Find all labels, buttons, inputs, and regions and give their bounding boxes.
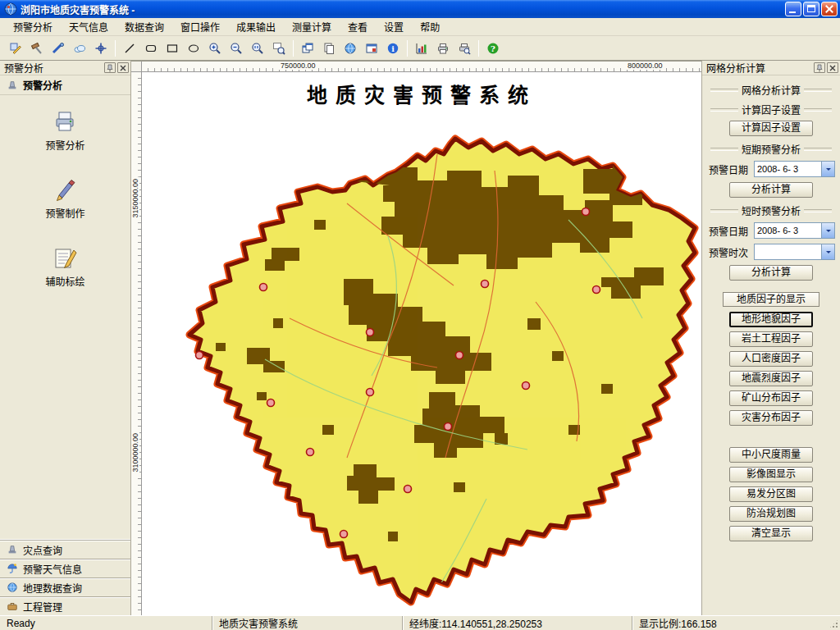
minimize-button[interactable] [785, 2, 801, 16]
close-panel-icon[interactable] [827, 62, 838, 73]
edit-select-icon[interactable] [6, 39, 25, 58]
copy-page-icon[interactable] [319, 39, 339, 58]
menu-warning-analysis[interactable]: 预警分析 [5, 17, 61, 36]
imagery-display-button[interactable]: 影像图显示 [729, 467, 813, 482]
left-nav: 预警分析 预警制作 辅助标绘 [0, 95, 130, 539]
menu-measure-calc[interactable]: 测量计算 [284, 17, 340, 36]
short-time-calc-button[interactable]: 分析计算 [729, 265, 813, 281]
menu-help[interactable]: 帮助 [412, 17, 448, 36]
menu-settings[interactable]: 设置 [376, 17, 412, 36]
pin-icon[interactable] [814, 62, 825, 73]
left-panel: 预警分析 预警分析 预警分析 [0, 61, 131, 615]
factor-setup-button[interactable]: 计算因子设置 [729, 121, 813, 136]
factor-disaster-button[interactable]: 灾害分布因子 [729, 410, 813, 426]
menu-weather-info[interactable]: 天气信息 [61, 17, 116, 36]
globe-icon[interactable] [340, 39, 360, 58]
factor-mine-button[interactable]: 矿山分布因子 [729, 390, 813, 406]
short-term-date-picker[interactable]: 2008- 6- 3 [754, 161, 835, 177]
line-tool-icon[interactable] [120, 39, 139, 58]
prevention-plan-button[interactable]: 防治规划图 [729, 506, 813, 522]
right-panel-caption: 网格分析计算 [702, 61, 840, 75]
clear-display-button[interactable]: 清空显示 [729, 526, 813, 541]
pan-crosshair-icon[interactable] [91, 39, 111, 58]
zoom-extent-icon[interactable] [269, 39, 289, 58]
mesoscale-rain-button[interactable]: 中小尺度雨量 [729, 447, 813, 463]
factor-geotech-button[interactable]: 岩土工程因子 [729, 331, 813, 347]
right-panel-title: 网格分析计算 [706, 61, 812, 75]
section-header-short-time: 短时预警分析 [707, 203, 835, 217]
susceptibility-map-button[interactable]: 易发分区图 [729, 486, 813, 502]
toolbar-separator [293, 40, 294, 57]
weather-icon [7, 563, 18, 574]
short-time-date-picker[interactable]: 2008- 6- 3 [754, 222, 835, 239]
close-button[interactable] [821, 2, 838, 16]
menu-data-query[interactable]: 数据查询 [116, 17, 172, 36]
toolbar: i ? [0, 36, 840, 61]
left-group-header[interactable]: 预警分析 [0, 75, 130, 95]
factor-seismic-button[interactable]: 地震烈度因子 [729, 371, 813, 386]
short-term-calc-button[interactable]: 分析计算 [729, 182, 813, 198]
chart-icon[interactable] [412, 39, 431, 58]
group-geo-data-query[interactable]: 地理数据查询 [0, 578, 130, 596]
menu-result-output[interactable]: 成果输出 [228, 17, 284, 36]
left-panel-caption: 预警分析 [0, 61, 130, 75]
svg-text:i: i [391, 43, 395, 52]
nav-item-warning-making[interactable]: 预警制作 [45, 176, 84, 220]
info-icon[interactable]: i [383, 39, 403, 58]
short-time-times-select[interactable] [754, 244, 835, 260]
maximize-button[interactable] [803, 2, 819, 16]
menu-window-ops[interactable]: 窗口操作 [172, 17, 228, 36]
group-disaster-point-query[interactable]: 灾点查询 [0, 540, 130, 559]
section-header-grid-analysis: 网格分析计算 [707, 83, 835, 97]
zoom-out-icon[interactable] [226, 39, 246, 58]
section-header-short-term: 短期预警分析 [707, 142, 835, 156]
section-header-factor-setup: 计算因子设置 [707, 103, 835, 116]
nav-item-label: 预警分析 [45, 138, 84, 152]
group-label: 工程管理 [23, 600, 62, 614]
hand-pen-icon [52, 176, 78, 203]
close-panel-icon[interactable] [117, 62, 129, 73]
nav-item-warning-analysis[interactable]: 预警分析 [45, 108, 84, 152]
toolbar-separator [407, 40, 408, 57]
menu-bar: 预警分析 天气信息 数据查询 窗口操作 成果输出 测量计算 查看 设置 帮助 [0, 18, 840, 36]
print-icon[interactable] [433, 39, 453, 58]
right-panel: 网格分析计算 网格分析计算 计算因子设置 计算因子设置 短期预警分析 预警日期 … [701, 61, 840, 615]
nav-item-label: 辅助标绘 [45, 274, 84, 288]
map-document: 750000.00 800000.00 3150000.00 3100000.0… [131, 61, 701, 615]
zoom-actual-icon[interactable] [248, 39, 267, 58]
zoom-in-icon[interactable] [205, 39, 225, 58]
build-tool-icon[interactable] [27, 39, 47, 58]
cascade-windows-icon[interactable] [298, 39, 317, 58]
group-project-management[interactable]: 工程管理 [0, 596, 130, 615]
stamp-icon [7, 544, 18, 555]
print-preview-icon[interactable] [454, 39, 474, 58]
nav-item-aux-drawing[interactable]: 辅助标绘 [45, 244, 84, 288]
help-icon[interactable]: ? [483, 39, 503, 58]
toolbar-separator [478, 40, 479, 57]
group-warning-weather-info[interactable]: 预警天气信息 [0, 559, 130, 578]
map-window-icon[interactable] [362, 39, 381, 58]
dropdown-arrow-icon[interactable] [821, 244, 834, 259]
grid-analysis-content: 网格分析计算 计算因子设置 计算因子设置 短期预警分析 预警日期 2008- 6… [702, 75, 840, 615]
menu-view[interactable]: 查看 [340, 17, 376, 36]
pin-icon[interactable] [104, 62, 116, 73]
short-time-date-label: 预警日期 [709, 224, 750, 238]
factor-terrain-button[interactable]: 地形地貌因子 [729, 312, 813, 327]
ruler-top-label: 750000.00 [279, 62, 317, 70]
rect-tool-icon[interactable] [162, 39, 182, 58]
factor-population-button[interactable]: 人口密度因子 [729, 351, 813, 367]
status-bar: Ready 地质灾害预警系统 经纬度:114.140551,28.250253 … [0, 615, 840, 630]
dropdown-arrow-icon[interactable] [821, 223, 834, 238]
group-label: 预警天气信息 [23, 562, 82, 576]
left-bottom-groups: 灾点查询 预警天气信息 地理数据查询 工程管理 [0, 539, 130, 615]
status-scale: 显示比例:166.158 [632, 616, 840, 630]
printer-icon [52, 108, 78, 135]
ellipse-tool-icon[interactable] [184, 39, 203, 58]
cloud-icon[interactable] [70, 39, 89, 58]
telescope-icon[interactable] [48, 39, 68, 58]
map-canvas[interactable]: 地质灾害预警系统 [142, 72, 701, 615]
ruler-top-label: 800000.00 [626, 62, 664, 70]
rounded-rect-tool-icon[interactable] [141, 39, 161, 58]
dropdown-arrow-icon[interactable] [821, 162, 834, 176]
short-time-date-value: 2008- 6- 3 [755, 223, 821, 238]
